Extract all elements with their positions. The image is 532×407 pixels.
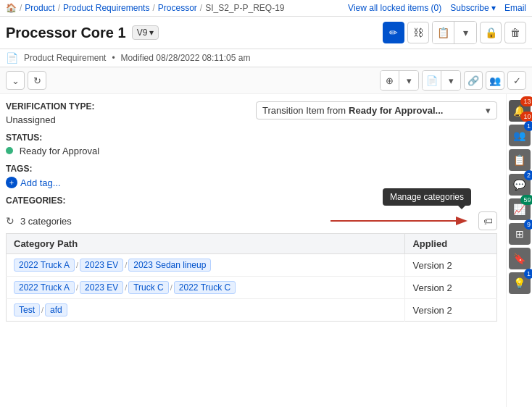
doc-icon: 📄 [6, 52, 18, 64]
status-text: Ready for Approval [20, 146, 100, 156]
breadcrumb-product-requirements[interactable]: Product Requirements [63, 3, 149, 13]
status-indicator [6, 147, 13, 154]
chip: Test [14, 303, 40, 316]
bookmark-button[interactable]: 🔖 [509, 248, 531, 269]
delete-button[interactable]: 🗑 [504, 22, 526, 43]
notifications-button[interactable]: 🔔 13 10 [509, 100, 531, 122]
transition-caret-icon: ▾ [486, 105, 491, 116]
version-dropdown[interactable]: V9 ▾ [132, 25, 159, 40]
users-button[interactable]: 👥 [486, 71, 504, 90]
chip: 2023 Sedan lineup [128, 259, 211, 272]
applied-2: Version 2 [405, 277, 497, 299]
col-header-path: Category Path [7, 234, 405, 254]
verification-label: VERIFICATION TYPE: [6, 101, 247, 112]
activity-button[interactable]: 📈 59 [509, 198, 531, 220]
email-link[interactable]: Email [504, 3, 526, 13]
breadcrumb-left: 🏠 / Product / Product Requirements / Pro… [6, 3, 285, 13]
activity-badge: 59 [520, 195, 532, 205]
view-locked-link[interactable]: View all locked items (0) [348, 3, 441, 13]
home-icon[interactable]: 🏠 [6, 3, 17, 13]
chip-sep: / [170, 283, 173, 292]
categories-count-row: ↻ 3 categories Manage categori [6, 209, 497, 233]
chip: 2022 Truck A [14, 281, 75, 294]
path-chips-1: 2022 Truck A / 2023 EV / 2023 Sedan line… [14, 259, 397, 272]
toolbar-right: ⊕ ▾ 📄 ▾ 🔗 👥 ✓ [380, 70, 526, 91]
chip-sep: / [76, 261, 78, 269]
transition-state: Ready for Approval... [349, 105, 443, 116]
col-header-applied: Applied [405, 234, 497, 254]
categories-refresh-icon[interactable]: ↻ [6, 215, 14, 227]
chip: 2022 Truck C [174, 281, 236, 294]
copy-button[interactable]: 📋 [433, 22, 454, 43]
add-dropdown-button[interactable]: ▾ [399, 71, 418, 90]
toolbar: ⌄ ↻ ⊕ ▾ 📄 ▾ 🔗 👥 ✓ [0, 67, 532, 94]
notifications-badge: 13 [520, 96, 532, 106]
bulb-icon: 💡 [513, 277, 525, 289]
categories-section: CATEGORIES: ↻ 3 categories [6, 196, 497, 322]
chat-button[interactable]: 💬 2 [509, 174, 531, 196]
path-chips-3: Test / afd [14, 303, 397, 316]
lock-button[interactable]: 🔒 [480, 22, 502, 43]
people-icon: 👥 [513, 130, 525, 141]
filter-icon: ⊞ [515, 228, 524, 240]
modified-date: Modified 08/28/2022 08:11:05 am [121, 53, 251, 63]
chip-sep: / [125, 283, 127, 292]
status-value: Ready for Approval [6, 146, 497, 156]
copy-dropdown-button[interactable]: ▾ [454, 22, 476, 43]
chip: 2022 Truck A [14, 259, 75, 272]
people-button[interactable]: 👥 1 [509, 125, 531, 146]
toolbar-left: ⌄ ↻ [6, 71, 46, 90]
breadcrumb-sep-3: / [152, 3, 154, 13]
add-tag-button[interactable]: + Add tag... [6, 177, 497, 188]
bookmark-icon: 🔖 [513, 253, 525, 264]
add-button[interactable]: ⊕ [381, 71, 399, 90]
manage-categories-button[interactable]: 🏷 [478, 211, 497, 230]
applied-1: Version 2 [405, 254, 497, 277]
edit-button[interactable]: ✏ [383, 22, 404, 43]
file-dropdown-button[interactable]: ▾ [441, 71, 460, 90]
people-badge: 1 [524, 121, 533, 131]
chip: 2023 EV [80, 259, 123, 272]
collapse-button[interactable]: ⌄ [6, 71, 25, 90]
manage-categories-btn-wrapper: Manage categories 🏷 [478, 211, 497, 230]
breadcrumb-bar: 🏠 / Product / Product Requirements / Pro… [0, 0, 532, 17]
add-button-group: ⊕ ▾ [380, 70, 419, 91]
category-path-2: 2022 Truck A / 2023 EV / Truck C / 2022 … [7, 277, 405, 299]
title-bar: Processor Core 1 V9 ▾ ✏ ⛓ 📋 ▾ 🔒 🗑 [0, 17, 532, 49]
doc-check-icon: 📋 [513, 154, 525, 166]
filter-button[interactable]: ⊞ 9 [509, 223, 531, 245]
category-path-1: 2022 Truck A / 2023 EV / 2023 Sedan line… [7, 254, 405, 277]
filter-badge: 9 [524, 219, 533, 230]
manage-categories-tooltip: Manage categories [383, 188, 471, 206]
bulb-button[interactable]: 💡 1 [509, 272, 531, 294]
verification-left: VERIFICATION TYPE: Unassigned [6, 101, 247, 125]
categories-table: Category Path Applied 2022 Truck A / 202… [6, 233, 497, 322]
content-wrapper: VERIFICATION TYPE: Unassigned Transition… [0, 94, 532, 407]
page-title: Processor Core 1 [6, 25, 126, 41]
table-row: 2022 Truck A / 2023 EV / 2023 Sedan line… [7, 254, 497, 277]
pulse-icon: 📈 [513, 204, 525, 215]
chain-link-button[interactable]: 🔗 [464, 71, 483, 90]
breadcrumb-processor[interactable]: Processor [158, 3, 197, 13]
main-content: VERIFICATION TYPE: Unassigned Transition… [0, 94, 503, 407]
breadcrumb-product[interactable]: Product [25, 3, 54, 13]
transition-dropdown[interactable]: Transition Item from Ready for Approval.… [256, 101, 497, 119]
link-button[interactable]: ⛓ [407, 22, 429, 43]
transition-label: Transition Item from [262, 105, 346, 116]
subtitle-bar: 📄 Product Requirement • Modified 08/28/2… [0, 49, 532, 67]
item-type: Product Requirement [24, 53, 106, 63]
doc-check-button[interactable]: 📋 [509, 149, 531, 171]
add-tag-text: Add tag... [20, 177, 61, 188]
chip-sep: / [76, 283, 78, 292]
breadcrumb-sep-2: / [58, 3, 60, 13]
file-button[interactable]: 📄 [423, 71, 441, 90]
categories-count: 3 categories [20, 216, 72, 227]
check-button[interactable]: ✓ [507, 71, 526, 90]
refresh-button[interactable]: ↻ [28, 71, 46, 90]
chat-icon: 💬 [513, 179, 525, 190]
version-label: V9 [137, 28, 148, 38]
chip-sep: / [41, 306, 43, 314]
subscribe-link[interactable]: Subscribe ▾ [450, 3, 496, 13]
title-actions: ✏ ⛓ 📋 ▾ 🔒 🗑 [383, 21, 526, 44]
tags-section: TAGS: + Add tag... [6, 164, 497, 188]
